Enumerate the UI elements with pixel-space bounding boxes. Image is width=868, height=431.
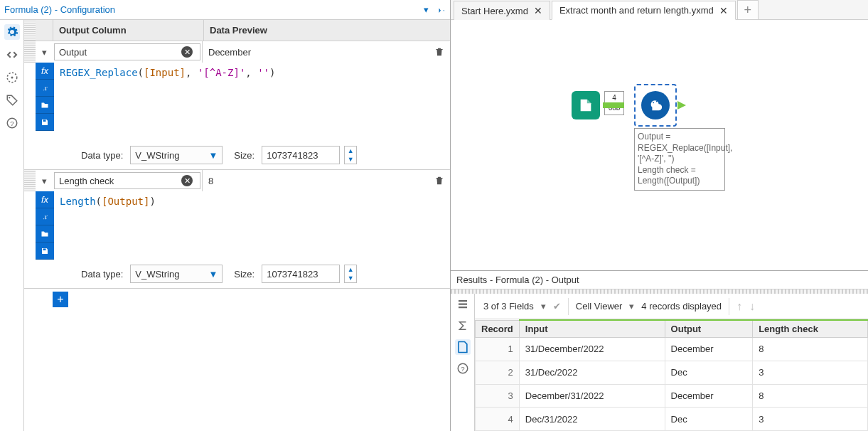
xml-icon[interactable]: [4, 47, 20, 63]
col-length-check[interactable]: Length check: [753, 320, 868, 338]
output-name-1[interactable]: Output: [59, 47, 181, 58]
svg-point-8: [656, 101, 658, 102]
table-row[interactable]: 2 31/Dec/2022 Dec 3: [476, 361, 868, 384]
chevron-down-icon[interactable]: ▾: [42, 176, 47, 186]
fields-count-text: 3 of 3 Fields: [483, 301, 534, 312]
results-panel: Results - Formula (2) - Output ? 3: [451, 270, 868, 431]
data-preview-icon[interactable]: [455, 339, 471, 355]
arrow-down-icon[interactable]: ↓: [749, 300, 755, 313]
dropdown-icon[interactable]: ▾: [629, 301, 634, 312]
svg-text:?: ?: [461, 365, 465, 373]
formula-header-row: Output Column Data Preview: [24, 20, 450, 41]
arrow-up-icon[interactable]: ↑: [736, 300, 742, 313]
results-side-rail: ?: [451, 294, 475, 431]
config-side-rail: ?: [0, 20, 24, 431]
svg-rect-6: [43, 248, 46, 250]
size-input-2[interactable]: 1073741823: [262, 265, 340, 283]
preview-value-2: 8: [208, 176, 213, 186]
all-messages-icon[interactable]: [455, 297, 471, 312]
datatype-label: Data type:: [81, 269, 123, 280]
col-output[interactable]: Output: [665, 320, 753, 338]
tag-icon[interactable]: [4, 92, 20, 108]
variable-x-icon[interactable]: 𝑥: [36, 80, 54, 97]
svg-rect-9: [459, 300, 467, 302]
svg-rect-5: [43, 119, 46, 122]
tab-extract-month[interactable]: Extract month and return length.yxmd ✕: [552, 1, 736, 20]
tab-label: Start Here.yxmd: [461, 6, 528, 16]
checkmark-icon[interactable]: ✔: [553, 301, 561, 312]
pin-icon[interactable]: [436, 5, 446, 15]
svg-point-7: [653, 102, 654, 103]
configuration-panel: Formula (2) - Configuration ▾ ?: [0, 0, 451, 431]
folder-open-icon[interactable]: [36, 225, 54, 243]
clear-output-icon[interactable]: ✕: [181, 175, 193, 186]
text-input-tool[interactable]: [572, 91, 600, 119]
output-anchor[interactable]: [677, 101, 686, 110]
cell-viewer-label[interactable]: Cell Viewer: [576, 301, 623, 312]
size-label: Size:: [234, 269, 254, 280]
save-disk-icon[interactable]: [36, 114, 54, 131]
records-displayed-text: 4 records displayed: [641, 301, 722, 312]
results-toolbar: 3 of 3 Fields ▾ ✔ Cell Viewer ▾ 4 record…: [475, 294, 868, 319]
config-title-bar: Formula (2) - Configuration ▾: [0, 0, 450, 20]
svg-rect-10: [459, 304, 467, 305]
expression-editor-1[interactable]: REGEX_Replace([Input], '[^A-Z]', ''): [54, 63, 450, 141]
fx-icon[interactable]: fx: [36, 63, 54, 80]
formula-tool[interactable]: [634, 84, 677, 127]
config-title: Formula (2) - Configuration: [4, 4, 115, 15]
svg-rect-11: [459, 307, 467, 308]
sigma-icon[interactable]: [455, 318, 471, 334]
document-tab-bar: Start Here.yxmd ✕ Extract month and retu…: [451, 0, 868, 20]
add-formula-button[interactable]: +: [53, 292, 68, 307]
gear-icon[interactable]: [4, 24, 20, 40]
formula-block-1: ▾ Output ✕ December fx: [24, 41, 450, 170]
table-row[interactable]: 1 31/December/2022 December 8: [476, 338, 868, 361]
trash-icon[interactable]: [434, 47, 444, 57]
tab-start-here[interactable]: Start Here.yxmd ✕: [454, 1, 550, 20]
col-input[interactable]: Input: [519, 320, 665, 338]
svg-text:?: ?: [10, 119, 14, 127]
table-row[interactable]: 3 December/31/2022 December 8: [476, 384, 868, 408]
save-disk-icon[interactable]: [36, 243, 54, 260]
workflow-canvas[interactable]: 4 68b Output = REGEX_Replace([Input], '[…: [451, 20, 868, 270]
add-tab-button[interactable]: +: [737, 0, 759, 19]
data-preview-header: Data Preview: [203, 20, 450, 41]
size-input-1[interactable]: 1073741823: [262, 146, 340, 164]
svg-point-2: [9, 97, 10, 98]
close-icon[interactable]: ✕: [534, 5, 542, 16]
navigation-icon[interactable]: [4, 70, 20, 85]
col-record[interactable]: Record: [476, 320, 520, 338]
fields-dropdown-icon[interactable]: ▾: [541, 301, 546, 312]
size-spinner-2[interactable]: ▲▼: [344, 265, 357, 283]
svg-point-1: [11, 77, 13, 79]
output-name-2[interactable]: Length check: [59, 176, 181, 186]
datatype-select-2[interactable]: V_WString▼: [130, 265, 223, 283]
close-icon[interactable]: ✕: [719, 5, 728, 16]
variable-x-icon[interactable]: 𝑥: [36, 208, 54, 225]
help-icon[interactable]: ?: [455, 361, 471, 376]
datatype-label: Data type:: [81, 150, 123, 161]
chevron-down-icon[interactable]: ▾: [42, 47, 47, 58]
folder-open-icon[interactable]: [36, 97, 54, 114]
size-spinner-1[interactable]: ▲▼: [344, 146, 357, 164]
clear-output-icon[interactable]: ✕: [181, 46, 193, 58]
trash-icon[interactable]: [434, 176, 444, 186]
expression-editor-2[interactable]: Length([Output]): [54, 191, 450, 260]
results-table: Record Input Output Length check 1 31/De…: [475, 319, 868, 431]
size-label: Size:: [234, 150, 254, 161]
preview-value-1: December: [208, 47, 251, 58]
table-row[interactable]: 4 Dec/31/2022 Dec 3: [476, 408, 868, 431]
datatype-select-1[interactable]: V_WString▼: [130, 146, 223, 164]
help-icon[interactable]: ?: [4, 115, 20, 131]
connection-line: [603, 102, 624, 108]
fx-icon[interactable]: fx: [36, 191, 54, 208]
tab-label: Extract month and return length.yxmd: [559, 5, 714, 16]
results-title: Results - Formula (2) - Output: [451, 271, 868, 289]
tool-annotation: Output = REGEX_Replace([Input], '[^A-Z]'…: [634, 128, 725, 191]
output-column-header: Output Column: [53, 20, 203, 41]
formula-block-2: ▾ Length check ✕ 8 fx: [24, 170, 450, 289]
right-panel: Start Here.yxmd ✕ Extract month and retu…: [451, 0, 868, 431]
collapse-icon[interactable]: ▾: [424, 4, 429, 15]
